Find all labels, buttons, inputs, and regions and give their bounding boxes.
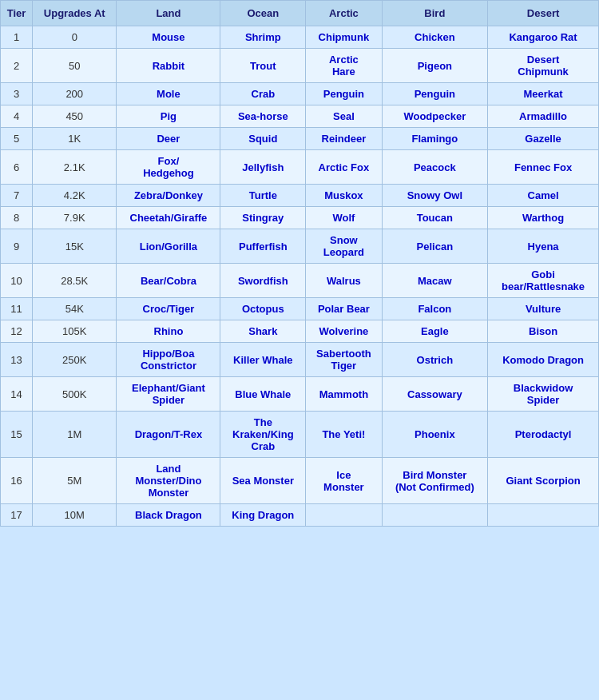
cell-arctic: Muskox	[306, 185, 382, 207]
cell-upgrades: 7.9K	[33, 207, 117, 229]
cell-bird: Cassowary	[382, 377, 488, 412]
cell-desert: Hyena	[488, 229, 599, 264]
cell-tier: 10	[1, 264, 33, 298]
cell-arctic: Penguin	[306, 83, 382, 105]
table-row: 165MLandMonster/DinoMonsterSea MonsterIc…	[1, 458, 599, 504]
table-row: 51KDeerSquidReindeerFlamingoGazelle	[1, 128, 599, 150]
cell-land: Black Dragon	[117, 504, 220, 527]
cell-arctic: Reindeer	[306, 128, 382, 150]
cell-arctic: The Yeti!	[306, 412, 382, 458]
cell-desert: Kangaroo Rat	[488, 26, 599, 49]
table-row: 4450PigSea-horseSealWoodpeckerArmadillo	[1, 105, 599, 128]
cell-tier: 2	[1, 49, 33, 83]
cell-arctic: Seal	[306, 105, 382, 128]
table-row: 1710MBlack DragonKing Dragon	[1, 504, 599, 527]
cell-land: Lion/Gorilla	[117, 229, 220, 264]
col-header-ocean: Ocean	[220, 1, 306, 26]
cell-arctic: Wolverine	[306, 320, 382, 343]
cell-tier: 9	[1, 229, 33, 264]
cell-upgrades: 10M	[33, 504, 117, 527]
table-row: 250RabbitTroutArcticHarePigeonDesertChip…	[1, 49, 599, 83]
col-header-upgrades-at: Upgrades At	[33, 1, 117, 26]
cell-ocean: Crab	[220, 83, 306, 105]
cell-upgrades: 2.1K	[33, 150, 117, 185]
table-row: 3200MoleCrabPenguinPenguinMeerkat	[1, 83, 599, 105]
cell-tier: 11	[1, 298, 33, 320]
cell-tier: 14	[1, 377, 33, 412]
cell-bird: Peacock	[382, 150, 488, 185]
cell-upgrades: 105K	[33, 320, 117, 343]
cell-desert: Komodo Dragon	[488, 343, 599, 377]
cell-ocean: Swordfish	[220, 264, 306, 298]
table-row: 151MDragon/T-RexTheKraken/KingCrabThe Ye…	[1, 412, 599, 458]
cell-land: Rabbit	[117, 49, 220, 83]
cell-land: Hippo/BoaConstrictor	[117, 343, 220, 377]
cell-upgrades: 4.2K	[33, 185, 117, 207]
cell-land: Croc/Tiger	[117, 298, 220, 320]
cell-ocean: King Dragon	[220, 504, 306, 527]
cell-upgrades: 1K	[33, 128, 117, 150]
col-header-tier: Tier	[1, 1, 33, 26]
col-header-land: Land	[117, 1, 220, 26]
cell-desert: DesertChipmunk	[488, 49, 599, 83]
cell-bird: Penguin	[382, 83, 488, 105]
cell-ocean: Shark	[220, 320, 306, 343]
cell-ocean: Pufferfish	[220, 229, 306, 264]
cell-desert: Armadillo	[488, 105, 599, 128]
cell-tier: 13	[1, 343, 33, 377]
cell-arctic: Mammoth	[306, 377, 382, 412]
cell-desert: Fennec Fox	[488, 150, 599, 185]
cell-upgrades: 200	[33, 83, 117, 105]
cell-ocean: Octopus	[220, 298, 306, 320]
cell-tier: 1	[1, 26, 33, 49]
cell-tier: 3	[1, 83, 33, 105]
cell-land: Bear/Cobra	[117, 264, 220, 298]
table-row: 74.2KZebra/DonkeyTurtleMuskoxSnowy OwlCa…	[1, 185, 599, 207]
cell-upgrades: 50	[33, 49, 117, 83]
cell-upgrades: 15K	[33, 229, 117, 264]
cell-bird: Macaw	[382, 264, 488, 298]
table-row: 62.1KFox/HedgehogJellyfishArctic FoxPeac…	[1, 150, 599, 185]
table-row: 87.9KCheetah/GiraffeStingrayWolfToucanWa…	[1, 207, 599, 229]
cell-land: Pig	[117, 105, 220, 128]
cell-arctic: Chipmunk	[306, 26, 382, 49]
cell-upgrades: 0	[33, 26, 117, 49]
cell-arctic: Walrus	[306, 264, 382, 298]
cell-land: Mouse	[117, 26, 220, 49]
cell-upgrades: 1M	[33, 412, 117, 458]
cell-upgrades: 5M	[33, 458, 117, 504]
cell-upgrades: 28.5K	[33, 264, 117, 298]
cell-bird: Bird Monster(Not Confirmed)	[382, 458, 488, 504]
col-header-bird: Bird	[382, 1, 488, 26]
table-row: 1154KCroc/TigerOctopusPolar BearFalconVu…	[1, 298, 599, 320]
cell-tier: 5	[1, 128, 33, 150]
cell-bird: Woodpecker	[382, 105, 488, 128]
col-header-desert: Desert	[488, 1, 599, 26]
cell-tier: 16	[1, 458, 33, 504]
table-row: 10MouseShrimpChipmunkChickenKangaroo Rat	[1, 26, 599, 49]
cell-land: Cheetah/Giraffe	[117, 207, 220, 229]
cell-ocean: Sea-horse	[220, 105, 306, 128]
cell-tier: 17	[1, 504, 33, 527]
cell-land: Zebra/Donkey	[117, 185, 220, 207]
cell-bird: Pigeon	[382, 49, 488, 83]
cell-arctic: Wolf	[306, 207, 382, 229]
cell-arctic: IceMonster	[306, 458, 382, 504]
cell-bird: Flamingo	[382, 128, 488, 150]
cell-tier: 6	[1, 150, 33, 185]
cell-arctic: SabertoothTiger	[306, 343, 382, 377]
cell-ocean: Jellyfish	[220, 150, 306, 185]
cell-land: Elephant/GiantSpider	[117, 377, 220, 412]
cell-ocean: TheKraken/KingCrab	[220, 412, 306, 458]
cell-desert	[488, 504, 599, 527]
cell-bird: Ostrich	[382, 343, 488, 377]
cell-bird: Chicken	[382, 26, 488, 49]
table-row: 1028.5KBear/CobraSwordfishWalrusMacawGob…	[1, 264, 599, 298]
cell-ocean: Shrimp	[220, 26, 306, 49]
cell-ocean: Turtle	[220, 185, 306, 207]
cell-ocean: Stingray	[220, 207, 306, 229]
cell-arctic: Arctic Fox	[306, 150, 382, 185]
table-row: 12105KRhinoSharkWolverineEagleBison	[1, 320, 599, 343]
cell-desert: Warthog	[488, 207, 599, 229]
table-row: 13250KHippo/BoaConstrictorKiller WhaleSa…	[1, 343, 599, 377]
